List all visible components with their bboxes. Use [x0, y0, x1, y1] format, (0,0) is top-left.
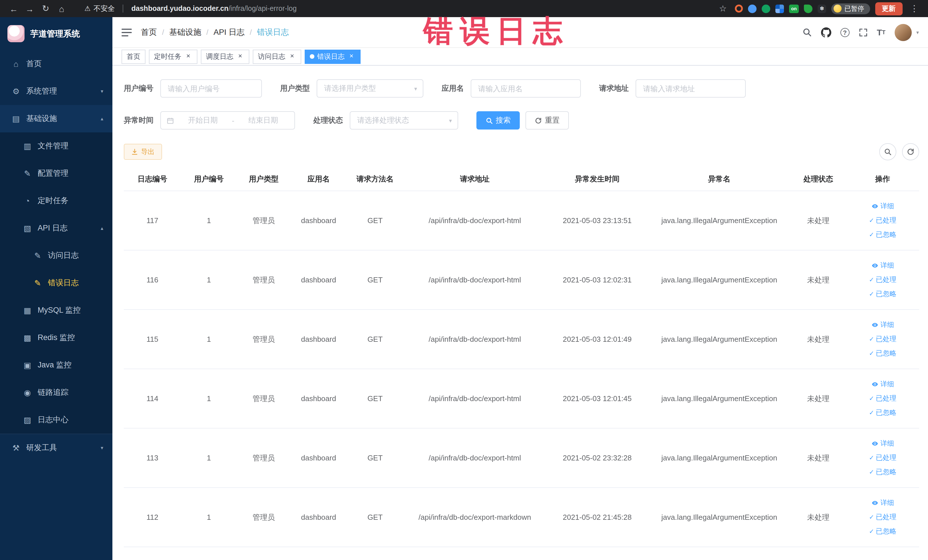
chevron-up-icon: ▴	[101, 225, 103, 231]
sidebar-item-system-mgmt[interactable]: ⚙系统管理▾	[0, 78, 112, 105]
extension-icon-2[interactable]	[748, 4, 757, 13]
sidebar-item-access-log[interactable]: ✎访问日志	[0, 242, 112, 269]
breadcrumb-item-home[interactable]: 首页	[141, 27, 157, 37]
cell-time: 2021-05-03 23:13:51	[546, 191, 649, 250]
extension-icon-4[interactable]	[775, 4, 784, 13]
close-icon[interactable]: ×	[236, 52, 244, 61]
bookmark-star-icon[interactable]: ☆	[716, 2, 730, 15]
paused-badge[interactable]: 已暂停	[831, 3, 870, 14]
view-icon	[871, 203, 879, 210]
toggle-search-button[interactable]	[879, 143, 896, 160]
tab-error-log[interactable]: 错误日志×	[305, 49, 360, 64]
close-icon[interactable]: ×	[184, 52, 192, 61]
github-icon[interactable]	[821, 27, 831, 37]
sidebar-item-file-mgmt[interactable]: ▥文件管理	[0, 132, 112, 160]
cell-time: 2021-05-03 12:01:45	[546, 369, 649, 428]
cell-method: GET	[346, 191, 404, 250]
ignored-link[interactable]: ✓已忽略	[849, 406, 917, 420]
update-button[interactable]: 更新	[875, 2, 902, 15]
close-icon[interactable]: ×	[348, 52, 356, 61]
tab-schedule-log[interactable]: 调度日志×	[201, 49, 249, 64]
export-button[interactable]: 导出	[124, 144, 162, 160]
cell-time: 2021-05-02 23:32:28	[546, 428, 649, 488]
date-range-picker[interactable]: 开始日期 - 结束日期	[160, 111, 295, 130]
table-refresh-button[interactable]	[902, 143, 919, 160]
sidebar-item-redis-monitor[interactable]: ▩Redis 监控	[0, 324, 112, 351]
request-url-input[interactable]	[636, 79, 746, 98]
processed-link[interactable]: ✓已处理	[849, 510, 917, 524]
browser-home-icon[interactable]: ⌂	[55, 2, 69, 15]
sidebar-item-infrastructure[interactable]: ▤基础设施▴	[0, 105, 112, 132]
processed-link[interactable]: ✓已处理	[849, 332, 917, 346]
hamburger-icon[interactable]	[122, 27, 132, 37]
tab-access-log[interactable]: 访问日志×	[253, 49, 301, 64]
processed-link[interactable]: ✓已处理	[849, 391, 917, 406]
sidebar-item-config-mgmt[interactable]: ✎配置管理	[0, 160, 112, 187]
detail-link[interactable]: 详细	[849, 377, 917, 391]
close-icon[interactable]: ×	[288, 52, 296, 61]
help-icon[interactable]: ?	[840, 27, 849, 37]
sidebar-item-java-monitor[interactable]: ▣Java 监控	[0, 351, 112, 379]
security-label: 不安全	[93, 4, 115, 14]
filter-label-exception-time: 异常时间	[124, 115, 154, 125]
address-bar[interactable]: dashboard.yudao.iocoder.cn/infra/log/api…	[131, 5, 297, 12]
sidebar-item-home[interactable]: ⌂首页	[0, 50, 112, 78]
chevron-down-icon: ▾	[101, 445, 103, 450]
extension-icon-7[interactable]: ✽	[818, 4, 826, 13]
user-id-input[interactable]	[160, 79, 262, 98]
extension-icon-5[interactable]: on	[789, 4, 799, 13]
column-header: 应用名	[291, 168, 346, 191]
sidebar-item-cron-job[interactable]: ◔定时任务	[0, 187, 112, 215]
app-logo[interactable]: 芋道管理系统	[0, 17, 112, 50]
processed-link[interactable]: ✓已处理	[849, 273, 917, 287]
tab-home[interactable]: 首页	[122, 49, 145, 64]
breadcrumb-item-api-log[interactable]: API 日志	[214, 27, 245, 37]
process-status-select[interactable]: 请选择处理状态 ▾	[350, 111, 458, 130]
user-type-select[interactable]: 请选择用户类型 ▾	[317, 79, 423, 98]
font-size-icon[interactable]: TT	[877, 27, 885, 37]
ignored-link[interactable]: ✓已忽略	[849, 465, 917, 479]
back-icon[interactable]: ←	[7, 2, 21, 15]
search-icon[interactable]	[802, 27, 812, 37]
cell-url: /api/infra/db-doc/export-html	[404, 310, 546, 369]
extension-icon-3[interactable]	[762, 4, 770, 13]
forward-icon[interactable]: →	[23, 2, 37, 15]
processed-link[interactable]: ✓已处理	[849, 451, 917, 465]
detail-link[interactable]: 详细	[849, 436, 917, 451]
sidebar-item-error-log[interactable]: ✎错误日志	[0, 269, 112, 297]
sidebar-item-api-log[interactable]: ▧API 日志▴	[0, 215, 112, 242]
browser-left-controls: ← → ↻ ⌂ ⚠ 不安全 dashboard.yudao.iocoder.cn…	[7, 2, 716, 15]
ignored-link[interactable]: ✓已忽略	[849, 346, 917, 360]
extension-icon-6[interactable]	[804, 4, 812, 13]
app-name-input[interactable]	[471, 79, 581, 98]
ignored-link[interactable]: ✓已忽略	[849, 227, 917, 242]
mysql-icon: ▦	[23, 306, 32, 315]
sidebar-item-dev-tools[interactable]: ⚒研发工具▾	[0, 433, 112, 461]
chevron-down-icon[interactable]: ▾	[916, 29, 919, 35]
processed-link[interactable]: ✓已处理	[849, 214, 917, 227]
sidebar-item-mysql-monitor[interactable]: ▦MySQL 监控	[0, 297, 112, 324]
reset-button[interactable]: 重置	[525, 111, 569, 130]
ignored-link[interactable]: ✓已忽略	[849, 287, 917, 301]
detail-link[interactable]: 详细	[849, 496, 917, 510]
breadcrumb-item-infrastructure[interactable]: 基础设施	[169, 27, 201, 37]
detail-link[interactable]: 详细	[849, 199, 917, 214]
detail-link[interactable]: 详细	[849, 258, 917, 273]
kebab-menu-icon[interactable]: ⋮	[907, 2, 921, 15]
reload-icon[interactable]: ↻	[39, 2, 52, 15]
sidebar-item-tracing[interactable]: ◉链路追踪	[0, 379, 112, 406]
security-indicator[interactable]: ⚠ 不安全	[84, 4, 115, 14]
cell-method: GET	[346, 488, 404, 547]
tab-cron-job[interactable]: 定时任务×	[149, 49, 197, 64]
extension-icon-1[interactable]	[735, 5, 743, 12]
sidebar-item-log-center[interactable]: ▨日志中心	[0, 406, 112, 433]
cell-exception: java.lang.IllegalArgumentException	[649, 369, 790, 428]
ignored-link[interactable]: ✓已忽略	[849, 524, 917, 539]
cell-method: GET	[346, 369, 404, 428]
fullscreen-icon[interactable]	[858, 27, 867, 37]
cell-user-type: 管理员	[237, 369, 291, 428]
java-icon: ▣	[23, 360, 32, 370]
user-avatar[interactable]	[894, 24, 912, 41]
search-button[interactable]: 搜索	[476, 111, 520, 130]
detail-link[interactable]: 详细	[849, 318, 917, 332]
